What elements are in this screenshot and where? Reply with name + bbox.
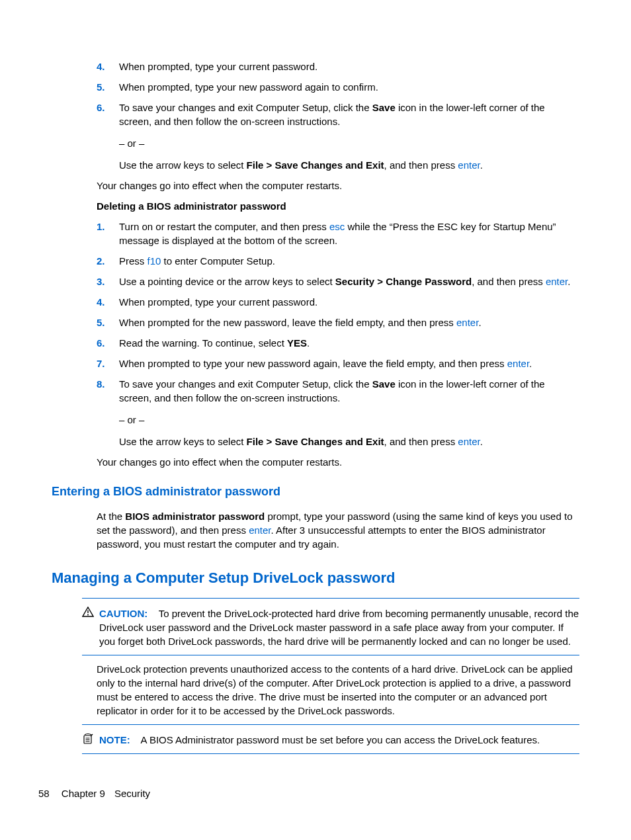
step-number: 4. xyxy=(97,295,105,309)
chapter-label: Chapter 9 xyxy=(62,788,105,799)
step-item: 6.To save your changes and exit Computer… xyxy=(97,101,579,172)
step-number: 4. xyxy=(97,60,105,73)
caution-label: CAUTION: xyxy=(99,608,147,619)
caution-icon xyxy=(82,607,94,620)
step-item: 1.Turn on or restart the computer, and t… xyxy=(97,220,579,247)
divider xyxy=(82,655,579,655)
caution-text xyxy=(151,608,159,619)
body-text: DriveLock protection prevents unauthoriz… xyxy=(97,662,579,718)
page-number: 58 xyxy=(38,788,50,799)
note-callout: NOTE: A BIOS Administrator password must… xyxy=(82,732,579,749)
chapter-title: Security xyxy=(114,788,150,799)
note-text: A BIOS Administrator password must be se… xyxy=(141,734,540,745)
step-number: 1. xyxy=(97,220,105,233)
step-number: 5. xyxy=(97,315,105,329)
step-text: When prompted, type your current passwor… xyxy=(119,61,317,72)
page-footer: 58 Chapter 9 Security xyxy=(38,786,150,800)
step-item: 4.When prompted, type your current passw… xyxy=(97,295,579,309)
step-number: 3. xyxy=(97,274,105,288)
step-sub-text: – or – xyxy=(119,413,579,427)
step-text: Press f10 to enter Computer Setup. xyxy=(119,255,275,267)
step-number: 5. xyxy=(97,80,105,94)
step-number: 6. xyxy=(97,336,105,350)
note-icon xyxy=(82,733,94,748)
step-text: Use a pointing device or the arrow keys … xyxy=(119,276,570,287)
step-number: 7. xyxy=(97,357,105,370)
step-sub-text: Use the arrow keys to select File > Save… xyxy=(119,435,579,448)
note-label: NOTE: xyxy=(99,734,130,745)
subheading-deleting: Deleting a BIOS administrator password xyxy=(97,199,579,213)
note-text xyxy=(133,734,141,745)
step-text: Turn on or restart the computer, and the… xyxy=(119,221,556,246)
step-number: 6. xyxy=(97,101,105,114)
body-text: At the BIOS administrator password promp… xyxy=(97,509,579,551)
svg-point-1 xyxy=(87,614,89,615)
step-text: To save your changes and exit Computer S… xyxy=(119,378,545,403)
step-sub-text: Use the arrow keys to select File > Save… xyxy=(119,158,579,172)
step-item: 5.When prompted, type your new password … xyxy=(97,80,579,94)
step-text: When prompted, type your current passwor… xyxy=(119,296,317,308)
step-item: 6.Read the warning. To continue, select … xyxy=(97,336,579,350)
caution-callout: CAUTION: To prevent the DriveLock-protec… xyxy=(82,605,579,651)
step-number: 8. xyxy=(97,377,105,391)
step-text: To save your changes and exit Computer S… xyxy=(119,102,545,127)
step-sub-text: – or – xyxy=(119,136,579,150)
step-text: Read the warning. To continue, select YE… xyxy=(119,337,310,349)
steps-deleting: 1.Turn on or restart the computer, and t… xyxy=(97,220,579,448)
step-item: 2.Press f10 to enter Computer Setup. xyxy=(97,254,579,268)
heading-entering-bios-password: Entering a BIOS administrator password xyxy=(52,483,579,500)
step-item: 8.To save your changes and exit Computer… xyxy=(97,377,579,448)
step-item: 3.Use a pointing device or the arrow key… xyxy=(97,274,579,288)
divider xyxy=(82,753,579,754)
step-item: 7.When prompted to type your new passwor… xyxy=(97,357,579,370)
body-text: Your changes go into effect when the com… xyxy=(97,179,579,192)
step-text: When prompted for the new password, leav… xyxy=(119,317,482,328)
document-page: 4.When prompted, type your current passw… xyxy=(0,0,631,754)
step-number: 2. xyxy=(97,254,105,268)
divider xyxy=(82,724,579,725)
heading-managing-drivelock: Managing a Computer Setup DriveLock pass… xyxy=(52,568,579,589)
body-text: Your changes go into effect when the com… xyxy=(97,455,579,469)
step-text: When prompted to type your new password … xyxy=(119,358,532,369)
step-item: 5.When prompted for the new password, le… xyxy=(97,315,579,329)
step-item: 4.When prompted, type your current passw… xyxy=(97,60,579,73)
steps-continued: 4.When prompted, type your current passw… xyxy=(97,60,579,172)
step-text: When prompted, type your new password ag… xyxy=(119,81,378,93)
divider xyxy=(82,598,579,599)
caution-text: To prevent the DriveLock-protected hard … xyxy=(99,608,579,647)
